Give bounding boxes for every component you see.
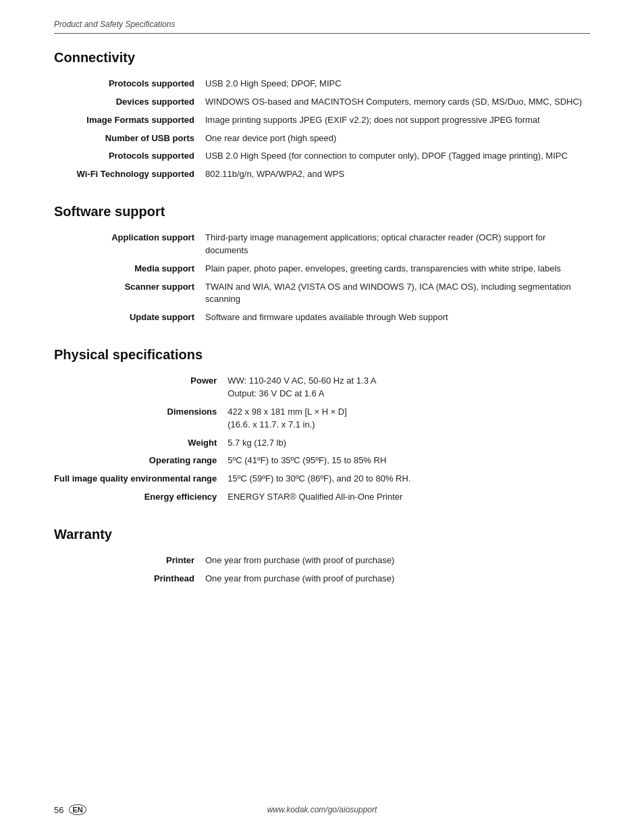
spec-value: 15ºC (59ºF) to 30ºC (86ºF), and 20 to 80…	[225, 470, 590, 488]
spec-label: Protocols supported	[54, 75, 203, 93]
spec-value: Third-party image management application…	[203, 229, 590, 260]
spec-value: Image printing supports JPEG (EXIF v2.2)…	[203, 111, 590, 130]
table-row: Full image quality environmental range15…	[54, 470, 590, 488]
spec-table-software-support: Application supportThird-party image man…	[54, 229, 590, 327]
section-connectivity: ConnectivityProtocols supportedUSB 2.0 H…	[54, 50, 590, 184]
spec-value: WINDOWS OS-based and MACINTOSH Computers…	[203, 93, 590, 111]
table-row: Protocols supportedUSB 2.0 High Speed (f…	[54, 147, 590, 165]
table-row: Energy efficiencyENERGY STAR® Qualified …	[54, 488, 590, 506]
page-footer: 56 EN www.kodak.com/go/aiosupport	[54, 804, 590, 815]
spec-table-connectivity: Protocols supportedUSB 2.0 High Speed; D…	[54, 75, 590, 184]
spec-value: TWAIN and WIA, WIA2 (VISTA OS and WINDOW…	[203, 278, 590, 309]
spec-label: Full image quality environmental range	[54, 470, 225, 488]
table-row: Protocols supportedUSB 2.0 High Speed; D…	[54, 75, 590, 93]
spec-value: One year from purchase (with proof of pu…	[203, 570, 590, 588]
spec-value: ENERGY STAR® Qualified All-in-One Printe…	[225, 488, 590, 506]
section-warranty: WarrantyPrinterOne year from purchase (w…	[54, 527, 590, 588]
spec-label: Application support	[54, 229, 203, 260]
table-row: Update supportSoftware and firmware upda…	[54, 309, 590, 327]
section-software-support: Software supportApplication supportThird…	[54, 204, 590, 327]
page: Product and Safety Specifications Connec…	[0, 0, 644, 834]
section-title-connectivity: Connectivity	[54, 50, 590, 66]
spec-label: Update support	[54, 309, 203, 327]
spec-label: Media support	[54, 260, 203, 278]
spec-label: Printhead	[54, 570, 203, 588]
spec-value: 5.7 kg (12.7 lb)	[225, 434, 590, 452]
page-number: 56	[54, 805, 63, 815]
table-row: Number of USB portsOne rear device port …	[54, 130, 590, 148]
page-header: Product and Safety Specifications	[54, 19, 590, 34]
section-title-physical-specifications: Physical specifications	[54, 347, 590, 363]
spec-table-warranty: PrinterOne year from purchase (with proo…	[54, 552, 590, 588]
spec-label: Scanner support	[54, 278, 203, 309]
spec-label: Dimensions	[54, 403, 225, 434]
spec-label: Power	[54, 372, 225, 403]
section-physical-specifications: Physical specificationsPowerWW: 110-240 …	[54, 347, 590, 506]
spec-label: Printer	[54, 552, 203, 570]
spec-value: 5ºC (41ºF) to 35ºC (95ºF), 15 to 85% RH	[225, 452, 590, 470]
spec-value: Plain paper, photo paper, envelopes, gre…	[203, 260, 590, 278]
table-row: PowerWW: 110-240 V AC, 50-60 Hz at 1.3 A…	[54, 372, 590, 403]
footer-url: www.kodak.com/go/aiosupport	[267, 805, 377, 814]
footer-left: 56 EN	[54, 804, 86, 815]
spec-value: USB 2.0 High Speed (for connection to co…	[203, 147, 590, 165]
table-row: Operating range5ºC (41ºF) to 35ºC (95ºF)…	[54, 452, 590, 470]
table-row: Scanner supportTWAIN and WIA, WIA2 (VIST…	[54, 278, 590, 309]
spec-table-physical-specifications: PowerWW: 110-240 V AC, 50-60 Hz at 1.3 A…	[54, 372, 590, 506]
spec-label: Image Formats supported	[54, 111, 203, 130]
spec-value: 802.11b/g/n, WPA/WPA2, and WPS	[203, 165, 590, 184]
spec-label: Protocols supported	[54, 147, 203, 165]
spec-label: Wi-Fi Technology supported	[54, 165, 203, 184]
table-row: Application supportThird-party image man…	[54, 229, 590, 260]
section-title-software-support: Software support	[54, 204, 590, 219]
spec-value: One rear device port (high speed)	[203, 130, 590, 148]
table-row: Wi-Fi Technology supported802.11b/g/n, W…	[54, 165, 590, 184]
spec-value: One year from purchase (with proof of pu…	[203, 552, 590, 570]
en-badge: EN	[69, 804, 86, 815]
table-row: PrintheadOne year from purchase (with pr…	[54, 570, 590, 588]
spec-label: Operating range	[54, 452, 225, 470]
page-header-text: Product and Safety Specifications	[54, 20, 175, 29]
spec-value: 422 x 98 x 181 mm [L × H × D](16.6. x 11…	[225, 403, 590, 434]
spec-label: Weight	[54, 434, 225, 452]
table-row: PrinterOne year from purchase (with proo…	[54, 552, 590, 570]
sections-container: ConnectivityProtocols supportedUSB 2.0 H…	[54, 50, 590, 588]
table-row: Dimensions422 x 98 x 181 mm [L × H × D](…	[54, 403, 590, 434]
table-row: Devices supportedWINDOWS OS-based and MA…	[54, 93, 590, 111]
table-row: Image Formats supportedImage printing su…	[54, 111, 590, 130]
spec-label: Energy efficiency	[54, 488, 225, 506]
spec-label: Number of USB ports	[54, 130, 203, 148]
spec-value: Software and firmware updates available …	[203, 309, 590, 327]
spec-value: USB 2.0 High Speed; DPOF, MIPC	[203, 75, 590, 93]
table-row: Weight5.7 kg (12.7 lb)	[54, 434, 590, 452]
table-row: Media supportPlain paper, photo paper, e…	[54, 260, 590, 278]
spec-value: WW: 110-240 V AC, 50-60 Hz at 1.3 AOutpu…	[225, 372, 590, 403]
section-title-warranty: Warranty	[54, 527, 590, 542]
spec-label: Devices supported	[54, 93, 203, 111]
